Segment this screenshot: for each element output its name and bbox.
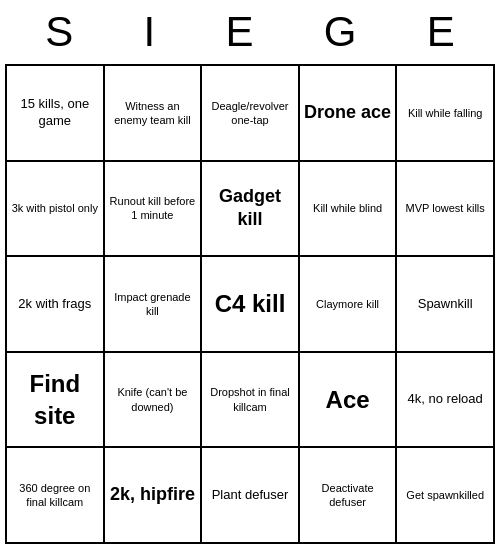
cell-7[interactable]: Gadget kill: [202, 162, 300, 258]
cell-19[interactable]: 4k, no reload: [397, 353, 495, 449]
cell-22[interactable]: Plant defuser: [202, 448, 300, 544]
cell-12[interactable]: C4 kill: [202, 257, 300, 353]
cell-20[interactable]: 360 degree on final killcam: [7, 448, 105, 544]
letter-g: G: [324, 8, 357, 56]
cell-23[interactable]: Deactivate defuser: [300, 448, 398, 544]
cell-1[interactable]: Witness an enemy team kill: [105, 66, 203, 162]
cell-24[interactable]: Get spawnkilled: [397, 448, 495, 544]
cell-13[interactable]: Claymore kill: [300, 257, 398, 353]
cell-4[interactable]: Kill while falling: [397, 66, 495, 162]
cell-14[interactable]: Spawnkill: [397, 257, 495, 353]
cell-10[interactable]: 2k with frags: [7, 257, 105, 353]
cell-0[interactable]: 15 kills, one game: [7, 66, 105, 162]
cell-16[interactable]: Knife (can't be downed): [105, 353, 203, 449]
letter-s: S: [45, 8, 73, 56]
title-row: S I E G E: [0, 0, 500, 64]
cell-11[interactable]: Impact grenade kill: [105, 257, 203, 353]
cell-18[interactable]: Ace: [300, 353, 398, 449]
letter-e: E: [225, 8, 253, 56]
cell-5[interactable]: 3k with pistol only: [7, 162, 105, 258]
cell-17[interactable]: Dropshot in final killcam: [202, 353, 300, 449]
cell-21[interactable]: 2k, hipfire: [105, 448, 203, 544]
cell-6[interactable]: Runout kill before 1 minute: [105, 162, 203, 258]
cell-2[interactable]: Deagle/revolver one-tap: [202, 66, 300, 162]
letter-e2: E: [427, 8, 455, 56]
cell-15[interactable]: Find site: [7, 353, 105, 449]
cell-9[interactable]: MVP lowest kills: [397, 162, 495, 258]
bingo-grid: 15 kills, one gameWitness an enemy team …: [5, 64, 495, 544]
cell-3[interactable]: Drone ace: [300, 66, 398, 162]
letter-i: I: [143, 8, 155, 56]
cell-8[interactable]: Kill while blind: [300, 162, 398, 258]
